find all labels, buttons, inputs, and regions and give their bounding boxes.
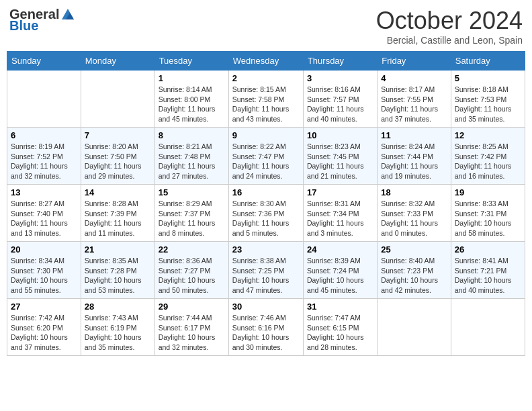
day-cell: 9Sunrise: 8:22 AM Sunset: 7:47 PM Daylig…	[228, 128, 303, 185]
day-number: 31	[307, 302, 373, 312]
column-header-monday: Monday	[81, 52, 154, 71]
day-number: 24	[307, 244, 373, 255]
column-header-friday: Friday	[378, 52, 451, 71]
day-cell: 4Sunrise: 8:17 AM Sunset: 7:55 PM Daylig…	[378, 71, 451, 128]
day-cell: 24Sunrise: 8:39 AM Sunset: 7:24 PM Dayli…	[303, 242, 377, 299]
day-number: 20	[11, 244, 77, 255]
day-number: 13	[11, 187, 77, 197]
day-cell: 18Sunrise: 8:32 AM Sunset: 7:33 PM Dayli…	[378, 185, 451, 242]
day-info: Sunrise: 8:14 AM Sunset: 8:00 PM Dayligh…	[159, 85, 225, 124]
day-cell: 7Sunrise: 8:20 AM Sunset: 7:50 PM Daylig…	[81, 128, 154, 185]
day-number: 16	[232, 187, 300, 197]
day-number: 7	[85, 130, 151, 140]
calendar-header-row: SundayMondayTuesdayWednesdayThursdayFrid…	[7, 52, 525, 71]
day-info: Sunrise: 8:32 AM Sunset: 7:33 PM Dayligh…	[381, 199, 447, 238]
day-info: Sunrise: 8:17 AM Sunset: 7:55 PM Dayligh…	[381, 85, 447, 124]
day-number: 8	[159, 130, 225, 140]
day-info: Sunrise: 7:47 AM Sunset: 6:15 PM Dayligh…	[307, 313, 373, 353]
page-header: General Blue October 2024 Bercial, Casti…	[7, 7, 525, 46]
week-row-5: 27Sunrise: 7:42 AM Sunset: 6:20 PM Dayli…	[7, 299, 525, 356]
logo-blue-text: Blue	[9, 18, 38, 34]
day-info: Sunrise: 8:21 AM Sunset: 7:48 PM Dayligh…	[159, 142, 225, 181]
day-cell: 22Sunrise: 8:36 AM Sunset: 7:27 PM Dayli…	[154, 242, 228, 299]
day-cell: 15Sunrise: 8:29 AM Sunset: 7:37 PM Dayli…	[154, 185, 228, 242]
day-number: 26	[455, 244, 521, 255]
location: Bercial, Castille and Leon, Spain	[376, 35, 523, 46]
day-number: 5	[455, 73, 521, 83]
day-number: 1	[159, 73, 225, 83]
day-number: 28	[85, 302, 151, 312]
day-number: 27	[11, 302, 77, 312]
day-number: 12	[455, 130, 521, 140]
week-row-4: 20Sunrise: 8:34 AM Sunset: 7:30 PM Dayli…	[7, 242, 525, 299]
day-cell: 28Sunrise: 7:43 AM Sunset: 6:19 PM Dayli…	[81, 299, 154, 356]
day-cell: 2Sunrise: 8:15 AM Sunset: 7:58 PM Daylig…	[228, 71, 303, 128]
day-number: 21	[85, 244, 151, 255]
day-number: 23	[232, 244, 300, 255]
day-info: Sunrise: 8:16 AM Sunset: 7:57 PM Dayligh…	[307, 85, 373, 124]
day-info: Sunrise: 8:36 AM Sunset: 7:27 PM Dayligh…	[159, 256, 225, 295]
week-row-2: 6Sunrise: 8:19 AM Sunset: 7:52 PM Daylig…	[7, 128, 525, 185]
day-info: Sunrise: 8:38 AM Sunset: 7:25 PM Dayligh…	[232, 256, 300, 295]
logo-icon	[60, 7, 75, 22]
day-number: 4	[381, 73, 447, 83]
day-number: 11	[381, 130, 447, 140]
day-info: Sunrise: 8:27 AM Sunset: 7:40 PM Dayligh…	[11, 199, 77, 238]
day-info: Sunrise: 8:39 AM Sunset: 7:24 PM Dayligh…	[307, 256, 373, 295]
day-info: Sunrise: 8:15 AM Sunset: 7:58 PM Dayligh…	[232, 85, 300, 124]
day-cell: 30Sunrise: 7:46 AM Sunset: 6:16 PM Dayli…	[228, 299, 303, 356]
day-number: 14	[85, 187, 151, 197]
day-cell: 26Sunrise: 8:41 AM Sunset: 7:21 PM Dayli…	[451, 242, 525, 299]
day-number: 22	[159, 244, 225, 255]
day-info: Sunrise: 8:18 AM Sunset: 7:53 PM Dayligh…	[455, 85, 521, 124]
day-info: Sunrise: 8:33 AM Sunset: 7:31 PM Dayligh…	[455, 199, 521, 238]
day-cell: 31Sunrise: 7:47 AM Sunset: 6:15 PM Dayli…	[303, 299, 377, 356]
day-info: Sunrise: 7:44 AM Sunset: 6:17 PM Dayligh…	[159, 313, 225, 353]
day-info: Sunrise: 8:34 AM Sunset: 7:30 PM Dayligh…	[11, 256, 77, 295]
title-section: October 2024 Bercial, Castille and Leon,…	[376, 7, 523, 46]
day-cell	[7, 71, 81, 128]
day-cell: 19Sunrise: 8:33 AM Sunset: 7:31 PM Dayli…	[451, 185, 525, 242]
day-number: 30	[232, 302, 300, 312]
day-cell: 21Sunrise: 8:35 AM Sunset: 7:28 PM Dayli…	[81, 242, 154, 299]
day-info: Sunrise: 8:29 AM Sunset: 7:37 PM Dayligh…	[159, 199, 225, 238]
column-header-sunday: Sunday	[7, 52, 81, 71]
day-cell: 16Sunrise: 8:30 AM Sunset: 7:36 PM Dayli…	[228, 185, 303, 242]
day-info: Sunrise: 8:31 AM Sunset: 7:34 PM Dayligh…	[307, 199, 373, 238]
day-cell: 3Sunrise: 8:16 AM Sunset: 7:57 PM Daylig…	[303, 71, 377, 128]
week-row-1: 1Sunrise: 8:14 AM Sunset: 8:00 PM Daylig…	[7, 71, 525, 128]
day-info: Sunrise: 8:35 AM Sunset: 7:28 PM Dayligh…	[85, 256, 151, 295]
day-info: Sunrise: 8:28 AM Sunset: 7:39 PM Dayligh…	[85, 199, 151, 238]
day-cell: 23Sunrise: 8:38 AM Sunset: 7:25 PM Dayli…	[228, 242, 303, 299]
day-number: 18	[381, 187, 447, 197]
day-info: Sunrise: 8:23 AM Sunset: 7:45 PM Dayligh…	[307, 142, 373, 181]
day-info: Sunrise: 8:30 AM Sunset: 7:36 PM Dayligh…	[232, 199, 300, 238]
column-header-saturday: Saturday	[451, 52, 525, 71]
day-cell: 5Sunrise: 8:18 AM Sunset: 7:53 PM Daylig…	[451, 71, 525, 128]
day-cell	[81, 71, 154, 128]
day-info: Sunrise: 8:24 AM Sunset: 7:44 PM Dayligh…	[381, 142, 447, 181]
day-cell: 10Sunrise: 8:23 AM Sunset: 7:45 PM Dayli…	[303, 128, 377, 185]
day-number: 19	[455, 187, 521, 197]
day-number: 2	[232, 73, 300, 83]
day-cell: 8Sunrise: 8:21 AM Sunset: 7:48 PM Daylig…	[154, 128, 228, 185]
day-info: Sunrise: 7:46 AM Sunset: 6:16 PM Dayligh…	[232, 313, 300, 353]
day-cell: 29Sunrise: 7:44 AM Sunset: 6:17 PM Dayli…	[154, 299, 228, 356]
day-info: Sunrise: 8:41 AM Sunset: 7:21 PM Dayligh…	[455, 256, 521, 295]
day-info: Sunrise: 8:25 AM Sunset: 7:42 PM Dayligh…	[455, 142, 521, 181]
column-header-thursday: Thursday	[303, 52, 377, 71]
day-cell: 17Sunrise: 8:31 AM Sunset: 7:34 PM Dayli…	[303, 185, 377, 242]
day-cell: 12Sunrise: 8:25 AM Sunset: 7:42 PM Dayli…	[451, 128, 525, 185]
calendar-table: SundayMondayTuesdayWednesdayThursdayFrid…	[7, 51, 525, 356]
day-cell: 20Sunrise: 8:34 AM Sunset: 7:30 PM Dayli…	[7, 242, 81, 299]
day-info: Sunrise: 7:42 AM Sunset: 6:20 PM Dayligh…	[11, 313, 77, 353]
day-number: 25	[381, 244, 447, 255]
day-info: Sunrise: 8:40 AM Sunset: 7:23 PM Dayligh…	[381, 256, 447, 295]
day-number: 9	[232, 130, 300, 140]
day-number: 17	[307, 187, 373, 197]
day-cell: 6Sunrise: 8:19 AM Sunset: 7:52 PM Daylig…	[7, 128, 81, 185]
day-number: 29	[159, 302, 225, 312]
day-cell: 14Sunrise: 8:28 AM Sunset: 7:39 PM Dayli…	[81, 185, 154, 242]
day-number: 10	[307, 130, 373, 140]
day-number: 15	[159, 187, 225, 197]
